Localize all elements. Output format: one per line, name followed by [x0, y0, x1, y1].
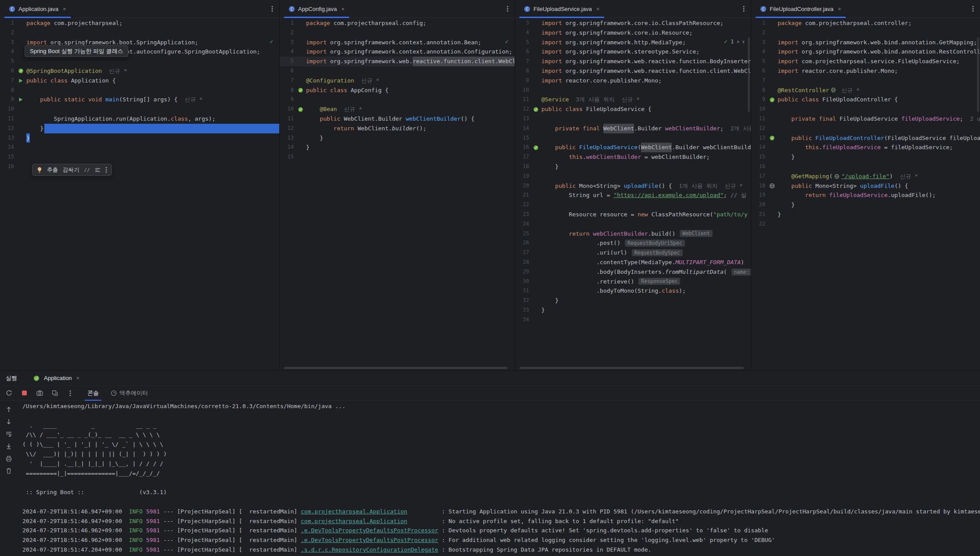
code-line[interactable]: 28 .contentType(MediaType.MULTIPART_FORM…	[515, 258, 751, 267]
code-line[interactable]: 5import org.springframework.http.MediaTy…	[515, 38, 751, 47]
code-line[interactable]: 9	[280, 95, 515, 104]
code-line[interactable]: 8public class AppConfig {	[280, 86, 515, 95]
editor-content[interactable]: 3import org.springframework.core.io.Clas…	[515, 18, 751, 370]
close-icon[interactable]: ×	[76, 375, 80, 381]
code-line[interactable]: 32 }	[515, 296, 751, 305]
scroll-to-end-icon[interactable]	[4, 442, 13, 451]
code-line[interactable]: 13	[515, 114, 751, 124]
inspections-widget[interactable]: ✓	[270, 38, 273, 45]
chevron-up-icon[interactable]: ∧	[737, 39, 739, 44]
code-line[interactable]: 33}	[515, 305, 751, 315]
code-line[interactable]: 7@Configuration 신규 *	[280, 76, 515, 86]
code-line[interactable]: 7	[751, 76, 980, 86]
code-line[interactable]: 5import com.projectharpseal.service.File…	[751, 57, 980, 66]
code-line[interactable]: 11 SpringApplication.run(Application.cla…	[0, 114, 279, 124]
code-line[interactable]: 4import org.springframework.core.io.Reso…	[515, 28, 751, 38]
bean-gutter-icon[interactable]	[295, 86, 306, 95]
code-line[interactable]: 8	[0, 86, 279, 95]
code-line[interactable]: 12 return WebClient.builder();	[280, 124, 515, 133]
editor-content[interactable]: 1package com.projectharpseal;23import or…	[0, 18, 279, 370]
code-line[interactable]: 3import org.springframework.core.io.Clas…	[515, 18, 751, 28]
code-line[interactable]: 15	[280, 152, 515, 162]
code-line[interactable]: 9 public static void main(String[] args)…	[0, 95, 279, 104]
horizontal-scrollbar[interactable]	[519, 367, 744, 369]
down-arrow-icon[interactable]	[4, 417, 13, 426]
run-gutter-icon[interactable]	[15, 95, 26, 104]
tab-options-icon[interactable]	[265, 0, 279, 18]
tab-close-icon[interactable]: ×	[596, 6, 600, 12]
code-line[interactable]: 5import org.springframework.web.reactive…	[280, 57, 515, 66]
code-line[interactable]: 9public class FileUploadController {	[751, 95, 980, 104]
code-line[interactable]: 14	[0, 143, 279, 152]
tab-options-icon[interactable]	[966, 0, 980, 18]
code-line[interactable]: 2	[0, 28, 279, 38]
code-line[interactable]: 12public class FileUploadService {	[515, 104, 751, 114]
code-line[interactable]: 12 }	[0, 124, 279, 133]
code-line[interactable]: 13 }	[280, 133, 515, 143]
tab-console[interactable]: 콘솔	[85, 386, 101, 400]
code-line[interactable]: 31 .bodyToMono(String.class);	[515, 286, 751, 296]
code-line[interactable]: 16	[751, 162, 980, 172]
code-line[interactable]: 12	[751, 124, 980, 133]
code-line[interactable]: 6	[280, 66, 515, 76]
code-line[interactable]: 8import org.springframework.web.reactive…	[515, 66, 751, 76]
code-line[interactable]: 1package com.projectharpseal.config;	[280, 18, 515, 28]
tab-options-icon[interactable]	[737, 0, 751, 18]
code-line[interactable]: 6@SpringBootApplication 신규 *	[0, 66, 279, 76]
bean-gutter-icon[interactable]	[766, 95, 778, 104]
more-icon[interactable]	[105, 167, 107, 173]
code-line[interactable]: 22	[515, 200, 751, 210]
bean-gutter-icon[interactable]	[295, 104, 306, 114]
editor-content[interactable]: 1package com.projectharpseal.config;23im…	[280, 18, 515, 370]
code-line[interactable]: 1package com.projectharpseal.controller;	[751, 18, 980, 28]
run-gutter-icon[interactable]	[15, 76, 26, 86]
thread-dump-icon[interactable]	[50, 389, 59, 398]
code-line[interactable]: 14 this.fileUploadService = fileUploadSe…	[751, 143, 980, 152]
bean-gutter-icon[interactable]	[530, 104, 541, 114]
code-line[interactable]: 16 public FileUploadService(WebClient.Bu…	[515, 143, 751, 152]
code-line[interactable]: 4import org.springframework.web.bind.ann…	[751, 47, 980, 57]
inspections-widget[interactable]: ✓	[505, 38, 508, 45]
bean-gutter-icon[interactable]	[15, 66, 26, 76]
code-line[interactable]: 18 public Mono<String> uploadFile() {	[751, 181, 980, 191]
code-line[interactable]: 5	[0, 57, 279, 66]
code-line[interactable]: 22	[751, 219, 980, 229]
console-output[interactable]: /Users/kimtaeseong/Library/Java/JavaVirt…	[18, 401, 980, 556]
api-gutter-icon[interactable]	[766, 181, 778, 191]
code-line[interactable]: 21 String url = "https://api.example.com…	[515, 190, 751, 200]
code-line[interactable]: 13 public FileUploadController(FileUploa…	[751, 133, 980, 143]
code-line[interactable]: 1package com.projectharpseal;	[0, 18, 279, 28]
comment-icon[interactable]: //	[84, 167, 90, 173]
code-line[interactable]: 11 public WebClient.Builder webClientBui…	[280, 114, 515, 124]
bean-gutter-icon[interactable]	[766, 133, 778, 143]
tab-close-icon[interactable]: ×	[341, 6, 345, 12]
code-line[interactable]: 19 return fileUploadService.uploadFile()…	[751, 190, 980, 200]
soft-wrap-icon[interactable]	[4, 430, 13, 438]
code-line[interactable]: 30 .retrieve()ResponseSpec	[515, 277, 751, 287]
code-line[interactable]: 11@Service 3개 사용 위치 신규 *	[515, 95, 751, 104]
editor-tab[interactable]: CAppConfig.java×	[284, 0, 349, 18]
code-line[interactable]: 7import org.springframework.web.reactive…	[515, 57, 751, 66]
code-line[interactable]: 17 this.webClientBuilder = webClientBuil…	[515, 152, 751, 162]
editor-tab[interactable]: CFileUploadService.java×	[519, 0, 604, 18]
code-line[interactable]: 10 @Bean 신규 *	[280, 104, 515, 114]
code-line[interactable]: 10	[0, 104, 279, 114]
code-line[interactable]: 4import org.springframework.context.anno…	[280, 47, 515, 57]
code-line[interactable]: 10	[751, 104, 980, 114]
horizontal-scrollbar[interactable]	[284, 367, 508, 369]
code-line[interactable]: 29 .body(BodyInserters.fromMultipartData…	[515, 267, 751, 277]
code-line[interactable]: 3import org.springframework.context.anno…	[280, 38, 515, 47]
stop-icon[interactable]	[20, 389, 29, 398]
code-line[interactable]: 3import org.springframework.web.bind.ann…	[751, 38, 980, 47]
editor-content[interactable]: 1package com.projectharpseal.controller;…	[751, 18, 980, 370]
editor-tab[interactable]: CFileUploadController.java×	[756, 0, 846, 18]
tab-close-icon[interactable]: ×	[838, 6, 841, 12]
tab-options-icon[interactable]	[501, 0, 515, 18]
code-line[interactable]: 19	[515, 172, 751, 181]
extract-button[interactable]: 추출	[47, 166, 58, 174]
code-line[interactable]: 27 .uri(url)RequestBodySpec	[515, 248, 751, 258]
code-line[interactable]: 14 private final WebClient.Builder webCl…	[515, 124, 751, 133]
more-options-icon[interactable]	[66, 389, 75, 398]
tab-close-icon[interactable]: ×	[63, 6, 66, 12]
code-line[interactable]: 15 }	[751, 152, 980, 162]
